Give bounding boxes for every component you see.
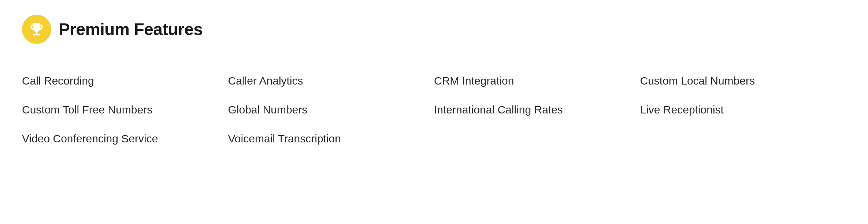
list-item: Custom Toll Free Numbers (22, 102, 228, 117)
list-item: Live Receptionist (640, 102, 846, 117)
features-grid: Call Recording Custom Toll Free Numbers … (22, 74, 846, 146)
section-header: Premium Features (22, 15, 846, 44)
list-item: Call Recording (22, 74, 228, 88)
features-column-4: Custom Local Numbers Live Receptionist (640, 74, 846, 146)
page-container: Premium Features Call Recording Custom T… (0, 0, 868, 160)
list-item: Custom Local Numbers (640, 74, 846, 88)
page-title: Premium Features (59, 19, 203, 39)
list-item: International Calling Rates (434, 102, 640, 117)
list-item: Video Conferencing Service (22, 131, 228, 146)
trophy-icon (22, 15, 51, 44)
section-divider (22, 55, 846, 55)
list-item: Caller Analytics (228, 74, 434, 88)
features-column-3: CRM Integration International Calling Ra… (434, 74, 640, 146)
list-item: Global Numbers (228, 102, 434, 117)
features-column-1: Call Recording Custom Toll Free Numbers … (22, 74, 228, 146)
list-item: CRM Integration (434, 74, 640, 88)
list-item: Voicemail Transcription (228, 131, 434, 146)
features-column-2: Caller Analytics Global Numbers Voicemai… (228, 74, 434, 146)
trophy-svg (29, 21, 45, 37)
